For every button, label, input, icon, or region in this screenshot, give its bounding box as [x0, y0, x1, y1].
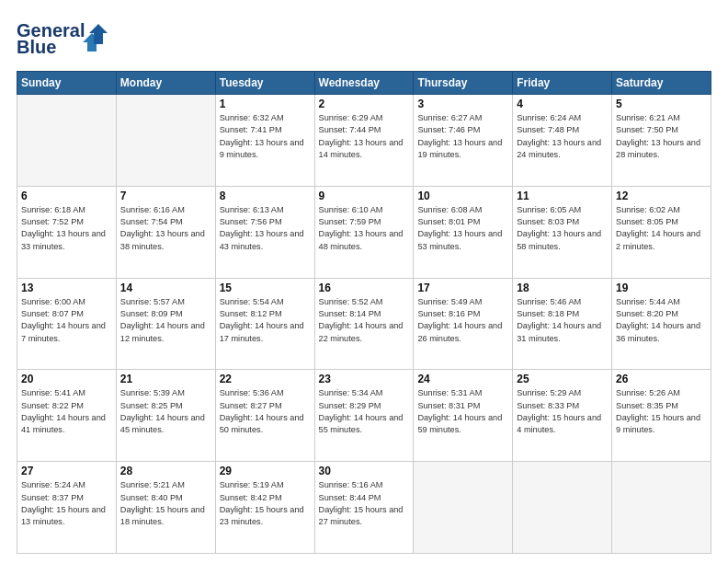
svg-text:Blue: Blue	[17, 37, 56, 57]
calendar-cell: 25Sunrise: 5:29 AMSunset: 8:33 PMDayligh…	[513, 370, 612, 462]
weekday-header: Sunday	[17, 72, 117, 95]
day-number: 25	[517, 373, 608, 385]
day-number: 10	[417, 190, 508, 202]
calendar-cell: 18Sunrise: 5:46 AMSunset: 8:18 PMDayligh…	[513, 278, 612, 370]
day-info: Sunrise: 6:13 AMSunset: 7:56 PMDaylight:…	[220, 204, 311, 253]
day-number: 15	[220, 282, 311, 294]
calendar-cell: 22Sunrise: 5:36 AMSunset: 8:27 PMDayligh…	[215, 370, 314, 462]
day-number: 1	[220, 98, 311, 110]
calendar-cell: 9Sunrise: 6:10 AMSunset: 7:59 PMDaylight…	[314, 186, 414, 278]
calendar-cell: 27Sunrise: 5:24 AMSunset: 8:37 PMDayligh…	[17, 462, 117, 554]
logo-icon: General Blue	[17, 17, 113, 58]
calendar-cell	[17, 95, 117, 187]
day-number: 14	[120, 282, 211, 294]
logo: General Blue	[17, 17, 113, 62]
day-info: Sunrise: 6:32 AMSunset: 7:41 PMDaylight:…	[220, 112, 311, 161]
calendar-cell: 24Sunrise: 5:31 AMSunset: 8:31 PMDayligh…	[414, 370, 513, 462]
day-number: 23	[319, 373, 410, 385]
day-info: Sunrise: 5:16 AMSunset: 8:44 PMDaylight:…	[319, 479, 410, 528]
calendar-cell	[612, 462, 711, 554]
calendar-cell	[116, 95, 215, 187]
day-number: 27	[21, 465, 112, 477]
day-number: 7	[120, 190, 211, 202]
day-number: 12	[616, 190, 707, 202]
day-number: 3	[417, 98, 508, 110]
day-number: 30	[319, 465, 410, 477]
weekday-header: Thursday	[414, 72, 513, 95]
calendar-cell: 19Sunrise: 5:44 AMSunset: 8:20 PMDayligh…	[612, 278, 711, 370]
calendar-cell: 29Sunrise: 5:19 AMSunset: 8:42 PMDayligh…	[215, 462, 314, 554]
calendar-cell: 20Sunrise: 5:41 AMSunset: 8:22 PMDayligh…	[17, 370, 117, 462]
day-number: 2	[319, 98, 410, 110]
day-number: 28	[120, 465, 211, 477]
day-number: 24	[417, 373, 508, 385]
calendar-cell: 17Sunrise: 5:49 AMSunset: 8:16 PMDayligh…	[414, 278, 513, 370]
day-info: Sunrise: 5:54 AMSunset: 8:12 PMDaylight:…	[220, 296, 311, 345]
day-info: Sunrise: 6:16 AMSunset: 7:54 PMDaylight:…	[120, 204, 211, 253]
calendar-cell: 2Sunrise: 6:29 AMSunset: 7:44 PMDaylight…	[314, 95, 414, 187]
calendar-cell: 5Sunrise: 6:21 AMSunset: 7:50 PMDaylight…	[612, 95, 711, 187]
calendar-cell: 11Sunrise: 6:05 AMSunset: 8:03 PMDayligh…	[513, 186, 612, 278]
weekday-header: Tuesday	[215, 72, 314, 95]
day-info: Sunrise: 5:52 AMSunset: 8:14 PMDaylight:…	[319, 296, 410, 345]
day-info: Sunrise: 6:10 AMSunset: 7:59 PMDaylight:…	[319, 204, 410, 253]
calendar-cell: 7Sunrise: 6:16 AMSunset: 7:54 PMDaylight…	[116, 186, 215, 278]
day-info: Sunrise: 6:18 AMSunset: 7:52 PMDaylight:…	[21, 204, 112, 253]
day-number: 8	[220, 190, 311, 202]
day-number: 17	[417, 282, 508, 294]
day-number: 20	[21, 373, 112, 385]
day-info: Sunrise: 6:29 AMSunset: 7:44 PMDaylight:…	[319, 112, 410, 161]
day-number: 29	[220, 465, 311, 477]
day-info: Sunrise: 6:08 AMSunset: 8:01 PMDaylight:…	[417, 204, 508, 253]
day-number: 4	[517, 98, 608, 110]
calendar-cell: 16Sunrise: 5:52 AMSunset: 8:14 PMDayligh…	[314, 278, 414, 370]
day-info: Sunrise: 5:57 AMSunset: 8:09 PMDaylight:…	[120, 296, 211, 345]
calendar-cell: 6Sunrise: 6:18 AMSunset: 7:52 PMDaylight…	[17, 186, 117, 278]
day-number: 11	[517, 190, 608, 202]
calendar-cell: 1Sunrise: 6:32 AMSunset: 7:41 PMDaylight…	[215, 95, 314, 187]
day-info: Sunrise: 5:36 AMSunset: 8:27 PMDaylight:…	[220, 387, 311, 436]
day-number: 18	[517, 282, 608, 294]
day-info: Sunrise: 6:05 AMSunset: 8:03 PMDaylight:…	[517, 204, 608, 253]
day-number: 21	[120, 373, 211, 385]
day-number: 9	[319, 190, 410, 202]
header: General Blue	[17, 17, 711, 62]
calendar-cell: 4Sunrise: 6:24 AMSunset: 7:48 PMDaylight…	[513, 95, 612, 187]
calendar-cell	[513, 462, 612, 554]
day-info: Sunrise: 5:39 AMSunset: 8:25 PMDaylight:…	[120, 387, 211, 436]
calendar-cell	[414, 462, 513, 554]
calendar-cell: 26Sunrise: 5:26 AMSunset: 8:35 PMDayligh…	[612, 370, 711, 462]
calendar-cell: 8Sunrise: 6:13 AMSunset: 7:56 PMDaylight…	[215, 186, 314, 278]
day-info: Sunrise: 6:21 AMSunset: 7:50 PMDaylight:…	[616, 112, 707, 161]
weekday-header: Monday	[116, 72, 215, 95]
day-info: Sunrise: 5:41 AMSunset: 8:22 PMDaylight:…	[21, 387, 112, 436]
day-number: 16	[319, 282, 410, 294]
day-info: Sunrise: 6:24 AMSunset: 7:48 PMDaylight:…	[517, 112, 608, 161]
day-info: Sunrise: 5:19 AMSunset: 8:42 PMDaylight:…	[220, 479, 311, 528]
calendar-cell: 30Sunrise: 5:16 AMSunset: 8:44 PMDayligh…	[314, 462, 414, 554]
weekday-header: Saturday	[612, 72, 711, 95]
calendar-cell: 23Sunrise: 5:34 AMSunset: 8:29 PMDayligh…	[314, 370, 414, 462]
calendar-cell: 28Sunrise: 5:21 AMSunset: 8:40 PMDayligh…	[116, 462, 215, 554]
day-number: 13	[21, 282, 112, 294]
day-info: Sunrise: 5:26 AMSunset: 8:35 PMDaylight:…	[616, 387, 707, 436]
day-info: Sunrise: 6:27 AMSunset: 7:46 PMDaylight:…	[417, 112, 508, 161]
day-info: Sunrise: 5:24 AMSunset: 8:37 PMDaylight:…	[21, 479, 112, 528]
calendar-table: SundayMondayTuesdayWednesdayThursdayFrid…	[17, 71, 711, 554]
calendar-cell: 3Sunrise: 6:27 AMSunset: 7:46 PMDaylight…	[414, 95, 513, 187]
day-info: Sunrise: 5:34 AMSunset: 8:29 PMDaylight:…	[319, 387, 410, 436]
day-number: 6	[21, 190, 112, 202]
day-info: Sunrise: 5:49 AMSunset: 8:16 PMDaylight:…	[417, 296, 508, 345]
day-info: Sunrise: 5:44 AMSunset: 8:20 PMDaylight:…	[616, 296, 707, 345]
day-number: 26	[616, 373, 707, 385]
calendar-cell: 15Sunrise: 5:54 AMSunset: 8:12 PMDayligh…	[215, 278, 314, 370]
day-info: Sunrise: 5:31 AMSunset: 8:31 PMDaylight:…	[417, 387, 508, 436]
day-info: Sunrise: 6:02 AMSunset: 8:05 PMDaylight:…	[616, 204, 707, 253]
day-number: 22	[220, 373, 311, 385]
weekday-header: Wednesday	[314, 72, 414, 95]
day-number: 5	[616, 98, 707, 110]
page: General Blue SundayMondayTuesdayWednesda…	[0, 0, 728, 563]
day-info: Sunrise: 5:46 AMSunset: 8:18 PMDaylight:…	[517, 296, 608, 345]
calendar-cell: 21Sunrise: 5:39 AMSunset: 8:25 PMDayligh…	[116, 370, 215, 462]
calendar-cell: 14Sunrise: 5:57 AMSunset: 8:09 PMDayligh…	[116, 278, 215, 370]
